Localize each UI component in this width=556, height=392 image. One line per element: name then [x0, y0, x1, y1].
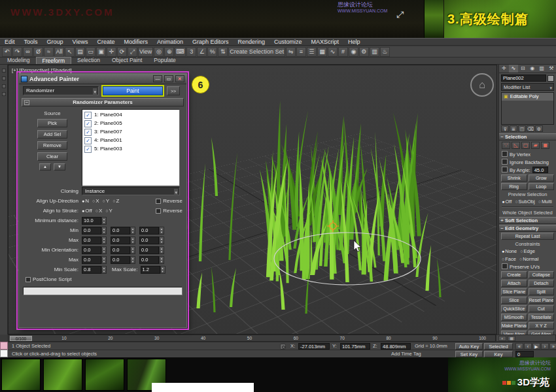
reference-coordinate-dropdown[interactable]: View [138, 47, 153, 57]
key-filters-button[interactable]: Key Filters... [484, 351, 513, 357]
edit-geometry-rollout-header[interactable]: −Edit Geometry [499, 225, 556, 232]
element-icon[interactable]: ◼ [541, 142, 549, 149]
soft-selection-rollout-header[interactable]: +Soft Selection [499, 217, 556, 224]
listener-macro-row[interactable] [0, 342, 8, 350]
align-stroke-option[interactable]: X [96, 208, 103, 214]
modify-tab[interactable]: ∿ [509, 65, 519, 73]
postclone-script-checkbox[interactable] [26, 277, 31, 282]
max-orient-x-spinner[interactable]: 0.0 [82, 256, 107, 264]
min-z-spinner[interactable]: 0.0 [139, 227, 164, 235]
source-action-button[interactable]: Clear [37, 152, 67, 161]
ignore-backfacing-checkbox[interactable]: Ignore Backfacing [502, 159, 549, 165]
remove-modifier-icon[interactable]: ⌫ [527, 125, 534, 132]
paint-button[interactable]: Paint [103, 86, 163, 95]
edit-geometry-button[interactable]: Make Planar [501, 322, 527, 329]
by-vertex-checkbox[interactable]: By Vertex [502, 151, 530, 157]
timeline-slider[interactable]: 0/100 [10, 336, 32, 341]
source-action-button[interactable]: Add Sel [37, 130, 67, 139]
x-coordinate-field[interactable]: -27.013mm [298, 343, 330, 350]
cloning-dropdown[interactable]: Instance [82, 187, 180, 195]
create-tab[interactable]: ✛ [499, 65, 509, 73]
align-stroke-reverse-checkbox[interactable] [156, 208, 161, 214]
curve-editor-icon[interactable]: ∿ [328, 47, 338, 57]
material-editor-icon[interactable]: ◉ [349, 47, 358, 57]
minimum-distance-spinner[interactable]: 10.0 [82, 217, 107, 225]
next-frame-button[interactable]: › [541, 343, 549, 350]
angle-snap-icon[interactable]: ∠ [197, 47, 207, 57]
source-action-button[interactable]: Pick [37, 119, 67, 127]
menu-item[interactable]: Group [43, 39, 68, 45]
constraint-option[interactable]: Face [502, 256, 516, 262]
key-filter-selected-dropdown[interactable]: Selected [484, 343, 513, 350]
edit-geometry-button[interactable]: Slice [501, 297, 527, 304]
maximize-button[interactable]: ▭ [164, 75, 173, 82]
viewcube[interactable]: ⌂ [470, 73, 494, 97]
selection-button[interactable]: Shrink [501, 174, 527, 182]
polygon-icon[interactable]: ▰ [531, 142, 540, 149]
edit-geometry-button[interactable]: Tessellate [529, 314, 555, 321]
edit-geometry-button[interactable]: Detach [529, 280, 555, 287]
object-name-field[interactable]: Plane002 [501, 74, 546, 82]
percent-snap-icon[interactable]: % [207, 47, 217, 57]
preview-option[interactable]: SubObj [515, 199, 534, 204]
keyboard-shortcut-override-icon[interactable]: ⌨ [175, 47, 186, 57]
close-button[interactable]: ✕ [175, 75, 184, 82]
align-up-option[interactable]: Y [103, 198, 110, 204]
current-frame-field[interactable]: 0 [515, 351, 534, 357]
edge-icon[interactable]: ◺ [512, 142, 520, 149]
menu-item[interactable]: Views [68, 39, 93, 45]
set-key-button[interactable]: Set Key [455, 351, 483, 357]
ribbon-tab[interactable]: Modeling [1, 57, 36, 64]
edit-geometry-button[interactable]: Reset Plane [529, 297, 555, 304]
min-orient-z-spinner[interactable]: 0.0 [139, 246, 164, 254]
menu-item[interactable]: Modifiers [119, 39, 152, 45]
ribbon-tab[interactable]: Freeform [36, 57, 71, 64]
max-orient-z-spinner[interactable]: 0.0 [139, 256, 164, 264]
expand-icon[interactable]: ⤢ [396, 9, 404, 20]
min-y-spinner[interactable]: 0.0 [111, 227, 135, 235]
dialog-titlebar[interactable]: Advanced Painter — ▭ ✕ [19, 74, 186, 84]
selection-button[interactable]: Ring [501, 183, 527, 190]
max-y-spinner[interactable]: 0.0 [111, 237, 135, 244]
selection-rollout-header[interactable]: −Selection [499, 133, 556, 140]
select-by-name-icon[interactable]: ▤ [75, 47, 85, 57]
time-configuration-button[interactable]: ▦ [508, 336, 515, 341]
angle-field[interactable]: 45.0 [532, 167, 548, 173]
repeat-last-button[interactable]: Repeat Last [501, 233, 554, 240]
bind-to-space-warp-icon[interactable]: ≈ [44, 47, 54, 57]
selection-button[interactable]: Grow [529, 174, 555, 182]
min-x-spinner[interactable]: 0.0 [82, 227, 107, 235]
preserve-uvs-checkbox[interactable]: Preserve UVs [502, 263, 540, 270]
object-color-swatch[interactable] [547, 75, 554, 82]
ribbon-tab[interactable]: Populate [148, 57, 182, 64]
constraint-option[interactable]: Normal [519, 256, 538, 262]
redo-icon[interactable]: ↷ [12, 47, 22, 57]
rectangular-selection-icon[interactable]: ▭ [86, 47, 96, 57]
source-list-item[interactable]: 1: Plane004 [82, 110, 179, 119]
move-up-button[interactable]: ▲ [39, 163, 51, 171]
edit-geometry-button[interactable]: Attach [501, 280, 527, 287]
source-action-button[interactable]: Remove [37, 141, 67, 150]
selection-filter-dropdown[interactable]: All [54, 47, 64, 57]
source-list-item[interactable]: 5: Plane003 [82, 144, 179, 153]
timeline[interactable]: 0/100 0102030405060708090100 [8, 335, 496, 342]
unlink-selection-icon[interactable]: Ø [33, 47, 43, 57]
viewport-label[interactable]: [+] [Perspective] [Shaded] [12, 67, 72, 73]
align-up-option[interactable]: X [92, 198, 99, 204]
render-setup-icon[interactable]: ⚙ [359, 47, 369, 57]
postclone-script-field[interactable] [23, 287, 182, 295]
select-object-icon[interactable]: ↖ [65, 47, 75, 57]
select-link-icon[interactable]: ∞ [23, 47, 33, 57]
modifier-list-dropdown[interactable]: Modifier List [501, 83, 554, 91]
mirror-icon[interactable]: ⇋ [286, 47, 296, 57]
edit-geometry-button[interactable]: X Y Z [529, 322, 555, 329]
constraint-option[interactable]: Edge [520, 248, 535, 254]
edit-geometry-button[interactable]: Split [529, 288, 555, 295]
align-up-option[interactable]: Z [113, 198, 119, 204]
edit-geometry-button[interactable]: Slice Plane [501, 288, 527, 295]
show-end-result-icon[interactable]: ≣ [510, 125, 517, 132]
configure-modifier-sets-icon[interactable]: ⚙ [535, 125, 543, 132]
source-list-item[interactable]: 2: Plane005 [82, 119, 179, 127]
preview-option[interactable]: Off [502, 199, 512, 204]
align-up-reverse-checkbox[interactable] [156, 199, 161, 204]
